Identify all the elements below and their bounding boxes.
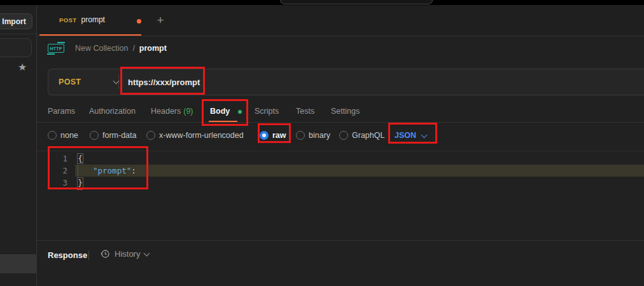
radio-raw[interactable]: raw (260, 131, 286, 140)
sidebar-search-box[interactable] (0, 38, 32, 57)
colon-token: : (131, 166, 136, 175)
response-section: Response History (37, 240, 644, 286)
active-line-highlight (75, 165, 644, 177)
json-key-token: "prompt" (93, 166, 131, 175)
radio-circle-icon (90, 131, 99, 140)
tab-settings[interactable]: Settings (331, 102, 360, 123)
close-brace-token: } (77, 177, 83, 188)
radio-circle-icon (296, 131, 305, 140)
sidebar-footer-block (0, 254, 37, 273)
radio-selected-icon (260, 131, 269, 140)
radio-raw-label: raw (272, 131, 286, 140)
radio-circle-icon (339, 131, 348, 140)
body-type-row: none form-data x-www-form-urlencoded raw… (37, 123, 644, 151)
language-dropdown-value: JSON (395, 131, 416, 140)
tab-headers-label: Headers (151, 107, 181, 116)
line-number: 3 (56, 177, 67, 189)
radio-binary[interactable]: binary (296, 131, 330, 140)
sidebar: Import ★ (0, 5, 37, 286)
tab-authorization[interactable]: Authorization (89, 102, 136, 123)
tab-body[interactable]: Body (210, 102, 230, 123)
radio-circle-icon (48, 131, 57, 140)
code-line-prompt: "prompt": (93, 165, 136, 177)
request-section-tabs: Params Authorization Headers(9) Body Scr… (37, 102, 644, 123)
header-search-box[interactable] (280, 0, 433, 4)
radio-urlencoded-label: x-www-form-urlencoded (159, 131, 244, 140)
star-icon[interactable]: ★ (18, 62, 27, 72)
radio-binary-label: binary (309, 131, 330, 140)
radio-graphql[interactable]: GraphQL (339, 131, 384, 140)
chevron-down-icon (144, 250, 150, 257)
indent-guide (78, 165, 78, 177)
new-tab-button[interactable]: + (153, 13, 168, 28)
radio-circle-icon (146, 131, 155, 140)
body-code-editor[interactable]: 1 2 3 { "prompt": } (37, 151, 644, 240)
response-title: Response (48, 250, 87, 260)
http-request-icon: HTTP (48, 44, 64, 53)
breadcrumb: HTTP New Collection / prompt (37, 36, 644, 60)
history-dropdown[interactable]: History (101, 249, 149, 259)
url-input[interactable]: https://xxx/prompt (128, 78, 200, 87)
history-label: History (115, 249, 140, 259)
method-dropdown-value: POST (59, 78, 81, 86)
open-brace-token: { (77, 153, 83, 164)
url-container: POST https://xxx/prompt (48, 69, 644, 95)
tab-tests[interactable]: Tests (296, 102, 314, 123)
sidebar-divider (0, 34, 37, 34)
tab-method-badge: POST (59, 17, 76, 24)
tab-scripts[interactable]: Scripts (255, 102, 279, 123)
breadcrumb-separator: / (132, 44, 134, 53)
open-request-tab[interactable]: POST prompt (39, 5, 141, 36)
radio-none-label: none (60, 131, 78, 140)
url-row: POST https://xxx/prompt (37, 60, 644, 102)
tab-title: prompt (81, 15, 105, 24)
import-button-label: Import (2, 17, 25, 26)
body-content-dot (238, 110, 242, 114)
headers-count-badge: (9) (183, 107, 193, 116)
syntax-error-mark (77, 188, 83, 190)
chevron-down-icon (421, 132, 428, 138)
history-clock-icon (101, 249, 110, 259)
radio-form-data[interactable]: form-data (90, 131, 137, 140)
breadcrumb-collection[interactable]: New Collection (75, 44, 128, 53)
main-panel: POST prompt + HTTP New Collection / prom… (37, 5, 644, 286)
tab-headers[interactable]: Headers(9) (151, 102, 193, 123)
request-tab-bar: POST prompt + (37, 5, 644, 36)
response-divider (88, 251, 89, 260)
line-number: 1 (56, 153, 67, 165)
import-button[interactable]: Import (0, 13, 32, 29)
language-dropdown[interactable]: JSON (395, 131, 426, 140)
radio-none[interactable]: none (48, 131, 78, 140)
breadcrumb-current: prompt (139, 44, 167, 53)
app-header-strip (0, 0, 644, 5)
radio-x-www-form-urlencoded[interactable]: x-www-form-urlencoded (146, 131, 244, 140)
radio-graphql-label: GraphQL (352, 131, 384, 140)
method-dropdown[interactable]: POST (48, 69, 118, 95)
unsaved-changes-dot (137, 19, 141, 24)
line-number: 2 (56, 165, 67, 177)
method-url-divider (118, 74, 119, 90)
tab-params[interactable]: Params (48, 102, 75, 123)
active-tab-underline (209, 121, 237, 122)
radio-form-data-label: form-data (102, 131, 137, 140)
